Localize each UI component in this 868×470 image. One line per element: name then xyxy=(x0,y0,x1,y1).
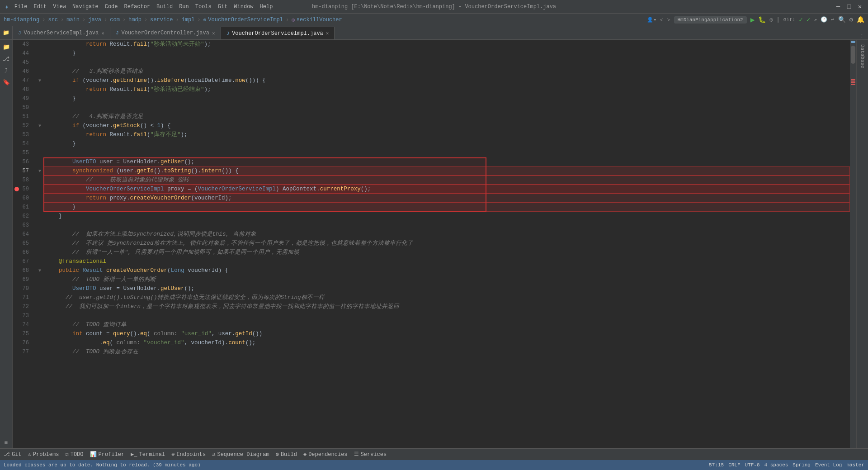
breadcrumb-project[interactable]: hm-dianping xyxy=(4,17,39,23)
menu-refactor[interactable]: Refactor xyxy=(124,4,151,10)
minimize-button[interactable]: ─ xyxy=(835,3,842,10)
code-line-60: return proxy.createVoucherOrder(voucherI… xyxy=(43,194,850,203)
maximize-button[interactable]: □ xyxy=(845,3,853,10)
menu-tools[interactable]: Tools xyxy=(195,4,212,10)
status-position[interactable]: 57:15 xyxy=(709,462,724,468)
git-push-button[interactable]: ↗ xyxy=(814,16,817,23)
breadcrumb-com[interactable]: com xyxy=(110,17,120,23)
git-check2-button[interactable]: ✓ xyxy=(807,16,810,24)
status-line-sep[interactable]: CRLF xyxy=(728,462,740,468)
code-line-75: int count = query().eq( column: "user_id… xyxy=(43,329,850,338)
tool-todo[interactable]: ☑ TODO xyxy=(65,451,83,458)
code-line-67: @Transactional xyxy=(43,257,850,266)
sidebar-commit-icon[interactable]: ⎇ xyxy=(1,53,12,64)
run-config-selector[interactable]: HmDianPingApplication2 xyxy=(674,16,747,24)
breadcrumb-class[interactable]: VoucherOrderServiceImpl xyxy=(208,17,283,23)
notifications-button[interactable]: 🔔 xyxy=(857,16,864,24)
todo-icon: ☑ xyxy=(65,451,68,458)
ln-49: 49 xyxy=(13,94,33,103)
breadcrumb-method[interactable]: seckillVoucher xyxy=(297,17,342,23)
menu-view[interactable]: View xyxy=(53,4,66,10)
error-marker-3 xyxy=(851,84,855,85)
sidebar-project-icon[interactable]: 📁 xyxy=(1,42,12,52)
code-line-70: UserDTO user = UserHolder.getUser(); xyxy=(43,284,850,293)
code-line-69: // TODO 新增一人一单的判断 xyxy=(43,275,850,284)
tab-voucherordercontroller[interactable]: J VoucherOrderController.java ✕ xyxy=(110,27,221,39)
window-controls[interactable]: ─ □ ✕ xyxy=(835,3,863,10)
breadcrumb-service[interactable]: service xyxy=(150,17,173,23)
breadcrumb-impl[interactable]: impl xyxy=(182,17,195,23)
code-line-50 xyxy=(43,103,850,112)
tool-terminal[interactable]: ▶_ Terminal xyxy=(131,451,165,458)
breadcrumb-main[interactable]: main xyxy=(66,17,80,23)
sidebar-toggle[interactable]: 📁 xyxy=(0,26,13,39)
ln-48: 48 xyxy=(13,85,33,94)
sidebar-pullrequest-icon[interactable]: ⤴ xyxy=(1,65,12,76)
close-button[interactable]: ✕ xyxy=(856,3,863,10)
tab-voucherservice[interactable]: J VoucherServiceImpl.java ✕ xyxy=(13,27,110,39)
status-profile[interactable]: Spring xyxy=(793,462,811,468)
status-event-log[interactable]: Event Log xyxy=(815,462,842,468)
window-title: hm-dianping [E:\Note\Note\Redis\hm-dianp… xyxy=(312,4,556,10)
git-rollback-button[interactable]: ↩ xyxy=(831,16,834,23)
ln-59[interactable]: 59 xyxy=(13,185,33,194)
breadcrumb-java[interactable]: java xyxy=(88,17,101,23)
sidebar-left: 📁 ⎇ ⤴ 🔖 ≡ xyxy=(0,40,13,448)
tool-sequence[interactable]: ⇄ Sequence Diagram xyxy=(212,451,269,458)
sidebar-structure-icon[interactable]: ≡ xyxy=(1,437,12,448)
tool-profiler[interactable]: 📊 Profiler xyxy=(90,451,125,458)
tool-git[interactable]: ⎇ Git xyxy=(4,451,22,458)
menu-bar[interactable]: File Edit View Navigate Code Refactor Bu… xyxy=(14,4,273,10)
status-encoding[interactable]: UTF-8 xyxy=(745,462,760,468)
menu-window[interactable]: Window xyxy=(234,4,253,10)
menu-edit[interactable]: Edit xyxy=(33,4,47,10)
sidebar-database-icon[interactable]: Database xyxy=(859,42,866,71)
coverage-button[interactable]: ◎ xyxy=(769,16,773,23)
code-line-62: } xyxy=(43,212,850,221)
git-check-button[interactable]: ✓ xyxy=(799,16,802,24)
code-line-55 xyxy=(43,148,850,157)
search-button[interactable]: 🔍 xyxy=(838,16,846,24)
debug-button[interactable]: 🐛 xyxy=(758,16,766,24)
sidebar-bookmark-icon[interactable]: 🔖 xyxy=(1,77,12,88)
fold-56 xyxy=(36,157,43,166)
editor-content[interactable]: return Result.fail("秒杀活动尚未开始"); } // 3.判… xyxy=(43,40,850,448)
ln-70: 70 xyxy=(13,284,33,293)
fold-66 xyxy=(36,248,43,257)
tab-options-button[interactable]: ⋮ xyxy=(856,33,868,39)
menu-git[interactable]: Git xyxy=(218,4,228,10)
status-git-branch[interactable]: master xyxy=(846,462,864,468)
fold-69 xyxy=(36,275,43,284)
tool-build[interactable]: ⚙ Build xyxy=(276,451,297,458)
tool-problems[interactable]: ⚠ Problems xyxy=(28,451,59,458)
menu-code[interactable]: Code xyxy=(105,4,118,10)
tool-endpoints[interactable]: ⊕ Endpoints xyxy=(171,451,206,458)
fold-50 xyxy=(36,103,43,112)
tool-services[interactable]: ☰ Services xyxy=(354,451,387,458)
menu-help[interactable]: Help xyxy=(260,4,273,10)
menu-navigate[interactable]: Navigate xyxy=(72,4,99,10)
breadcrumb-hmdp[interactable]: hmdp xyxy=(128,17,142,23)
tab-close-voucherservice[interactable]: ✕ xyxy=(101,30,104,36)
ln-57: 57 xyxy=(13,166,33,176)
tab-close-voucherordercontroller[interactable]: ✕ xyxy=(212,30,215,36)
git-clock-button[interactable]: 🕐 xyxy=(821,16,827,23)
settings-button[interactable]: ⚙ xyxy=(849,16,853,24)
menu-run[interactable]: Run xyxy=(179,4,189,10)
code-line-58: // 获取当前对象的代理对象 强转 xyxy=(43,176,850,185)
tool-dependencies[interactable]: ◈ Dependencies xyxy=(303,451,348,458)
status-indent[interactable]: 4 spaces xyxy=(764,462,788,468)
error-marker xyxy=(851,79,855,81)
fold-43 xyxy=(36,40,43,49)
menu-build[interactable]: Build xyxy=(156,4,173,10)
tab-close-voucherorderservice[interactable]: ✕ xyxy=(326,30,329,36)
scroll-up-button[interactable] xyxy=(851,41,855,43)
line-numbers: 43 44 45 46 47 48 49 50 51 52 53 54 55 5… xyxy=(13,40,36,448)
breadcrumb-src[interactable]: src xyxy=(48,17,58,23)
fold-54 xyxy=(36,139,43,148)
scrollbar[interactable] xyxy=(850,40,856,448)
scrollbar-thumb[interactable] xyxy=(851,46,855,64)
run-button[interactable]: ▶ xyxy=(750,15,755,24)
tab-voucherorderservice[interactable]: J VoucherOrderServiceImpl.java ✕ xyxy=(221,27,335,39)
menu-file[interactable]: File xyxy=(14,4,28,10)
